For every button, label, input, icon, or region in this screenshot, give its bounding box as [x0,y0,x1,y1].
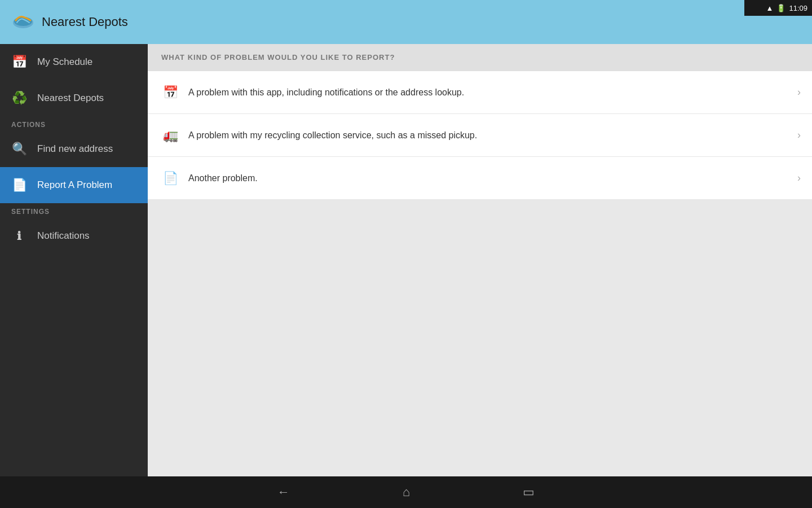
chevron-right-icon: › [797,86,801,98]
sidebar-item-notifications[interactable]: ℹ Notifications [0,218,148,254]
document-icon: 📄 [11,178,27,192]
back-button[interactable]: ← [277,485,290,500]
main-content: WHAT KIND OF PROBLEM WOULD YOU LIKE TO R… [148,44,812,476]
problem-text: Another problem. [188,173,793,183]
sidebar-item-label: My Schedule [37,56,92,68]
battery-icon: 🔋 [776,4,785,12]
problem-item-recycling[interactable]: 🚛 A problem with my recycling collection… [148,114,812,157]
sidebar-item-label: Nearest Depots [37,93,104,104]
calendar-icon: 📅 [159,85,182,100]
app-bar: Nearest Depots ▲ 🔋 11:09 [0,0,812,44]
recycle-icon: ♻️ [11,91,27,106]
problem-item-app[interactable]: 📅 A problem with this app, including not… [148,71,812,114]
bottom-nav: ← ⌂ ▭ [0,476,812,508]
problem-item-other[interactable]: 📄 Another problem. › [148,157,812,200]
chevron-right-icon: › [797,172,801,184]
sidebar-item-nearest-depots[interactable]: ♻️ Nearest Depots [0,80,148,116]
search-icon: 🔍 [11,142,27,156]
wifi-icon: ▲ [766,4,774,12]
problem-text: A problem with this app, including notif… [188,87,793,98]
actions-section-header: ACTIONS [0,116,148,131]
truck-icon: 🚛 [159,128,182,143]
settings-section-header: SETTINGS [0,203,148,218]
sidebar-item-label: Find new address [37,143,113,155]
notification-icon: ℹ [11,229,27,243]
sidebar-item-report-problem[interactable]: 📄 Report A Problem [0,167,148,203]
status-bar: ▲ 🔋 11:09 [744,0,812,16]
sidebar: 📅 My Schedule ♻️ Nearest Depots ACTIONS … [0,44,148,476]
sidebar-item-label: Report A Problem [37,179,112,191]
problem-text: A problem with my recycling collection s… [188,130,793,141]
sidebar-item-find-address[interactable]: 🔍 Find new address [0,131,148,167]
recents-button[interactable]: ▭ [523,485,535,500]
chevron-right-icon: › [797,129,801,141]
status-time: 11:09 [789,4,807,12]
calendar-icon: 📅 [11,55,27,69]
section-header: WHAT KIND OF PROBLEM WOULD YOU LIKE TO R… [148,44,812,71]
app-bar-title: Nearest Depots [42,15,128,29]
sidebar-item-label: Notifications [37,230,90,242]
app-logo [11,10,35,34]
document-icon: 📄 [159,171,182,186]
home-button[interactable]: ⌂ [403,485,410,500]
problem-list: 📅 A problem with this app, including not… [148,71,812,200]
sidebar-item-my-schedule[interactable]: 📅 My Schedule [0,44,148,80]
